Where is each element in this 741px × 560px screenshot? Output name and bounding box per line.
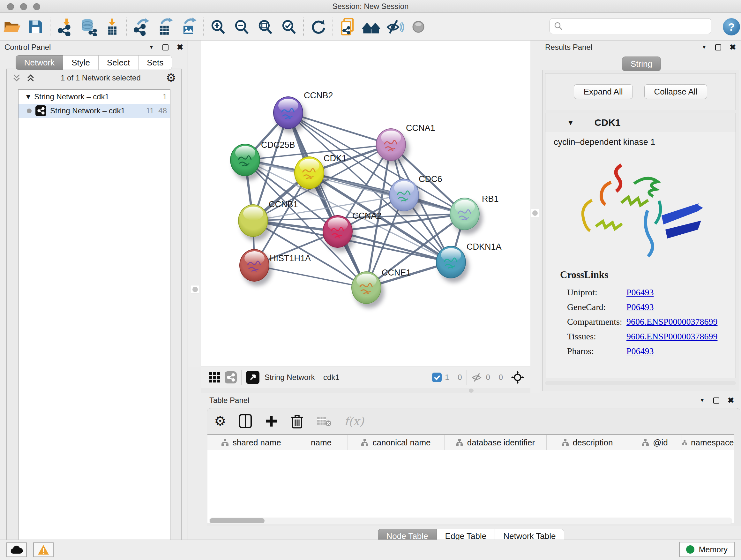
network-node-ccnb1[interactable] [238, 204, 268, 237]
refresh-button[interactable] [307, 16, 330, 38]
search-box[interactable] [549, 18, 711, 34]
zoom-window-button[interactable] [33, 3, 40, 10]
show-eye-button[interactable] [407, 16, 430, 38]
save-floppy-icon [26, 18, 44, 36]
cloud-status-button[interactable] [6, 543, 27, 557]
section-collapse-icon[interactable]: ▼ [568, 119, 573, 126]
network-tree: ▼ String Network – cdk1 1 String Network… [18, 89, 171, 556]
open-session-button[interactable] [0, 16, 23, 38]
import-network-database-button[interactable] [77, 16, 100, 38]
scrollbar-thumb[interactable] [210, 518, 265, 523]
export-network-button[interactable] [130, 16, 153, 38]
network-edge[interactable] [254, 265, 366, 288]
import-table-button[interactable] [100, 16, 124, 38]
tab-style[interactable]: Style [63, 55, 98, 70]
column-header[interactable]: description [546, 435, 628, 450]
table-horizontal-scrollbar[interactable] [209, 517, 732, 524]
crosslink-uniprot-link[interactable]: P06493 [626, 287, 654, 298]
birds-eye-toggle-button[interactable] [511, 370, 525, 384]
tab-sets[interactable]: Sets [138, 55, 172, 70]
network-node-cdc25b[interactable] [230, 144, 260, 176]
home-networks-button[interactable] [359, 16, 383, 38]
crosslink-genecard-link[interactable]: P06493 [626, 302, 654, 312]
detach-view-button[interactable] [246, 371, 259, 384]
column-header[interactable]: @id [628, 435, 682, 450]
network-collection-row[interactable]: ▼ String Network – cdk1 1 [18, 90, 170, 104]
grid-view-button[interactable] [209, 372, 220, 383]
collapse-all-chevrons-icon[interactable] [26, 73, 36, 83]
column-header[interactable]: namespace [682, 435, 734, 450]
expand-all-button[interactable]: Expand All [574, 84, 633, 99]
table-header-row: shared namenamecanonical namedatabase id… [207, 435, 734, 450]
string-view-button[interactable] [225, 371, 237, 383]
add-column-plus-icon[interactable] [265, 415, 278, 428]
panel-float-icon[interactable] [715, 44, 721, 51]
tab-network[interactable]: Network [16, 55, 63, 70]
tab-string-results[interactable]: String [622, 57, 661, 71]
zoom-in-button[interactable] [206, 16, 230, 38]
close-window-button[interactable] [7, 3, 14, 10]
gene-name: CDK1 [595, 117, 621, 128]
panel-collapse-icon[interactable]: ▼ [699, 397, 705, 403]
network-node-hist1h1a[interactable] [239, 249, 269, 282]
network-canvas[interactable]: CCNB2CCNA1CDC25BCDK1CDC6RB1CCNB1CCNA2CDK… [201, 41, 530, 367]
database-icon [79, 17, 98, 36]
results-scrollbar[interactable] [545, 381, 736, 385]
gene-section-header[interactable]: ▼ CDK1 [545, 113, 736, 132]
save-session-button[interactable] [23, 16, 47, 38]
column-header[interactable]: name [295, 435, 347, 450]
panel-float-icon[interactable] [162, 44, 169, 51]
help-button[interactable]: ? [723, 18, 740, 36]
panel-close-icon[interactable]: ✖ [728, 396, 734, 404]
export-image-button[interactable] [177, 16, 200, 38]
crosslink-tissues-link[interactable]: 9606.ENSP00000378699 [626, 331, 718, 341]
show-columns-icon[interactable] [239, 414, 252, 428]
protein-structure-image [574, 153, 708, 268]
column-header[interactable]: shared name [207, 435, 295, 450]
table-options-gear-icon[interactable]: ⚙ [214, 415, 226, 428]
right-splitter-handle[interactable] [531, 209, 539, 217]
network-edge[interactable] [288, 113, 391, 145]
network-row[interactable]: String Network – cdk1 11 48 [18, 104, 170, 118]
search-input[interactable] [563, 22, 700, 30]
network-node-cdc6[interactable] [389, 179, 419, 211]
crosslink-pharos-link[interactable]: P06493 [626, 346, 654, 356]
panel-collapse-icon[interactable]: ▼ [149, 44, 154, 51]
left-splitter-handle[interactable] [191, 285, 199, 294]
panel-float-icon[interactable] [713, 397, 719, 403]
left-splitter[interactable] [188, 41, 201, 367]
network-node-cdkn1a[interactable] [436, 246, 466, 278]
zoom-selected-button[interactable] [277, 16, 300, 38]
memory-button[interactable]: Memory [679, 542, 735, 557]
horizontal-splitter[interactable] [201, 388, 530, 393]
collapse-all-button[interactable]: Collapse All [644, 84, 708, 99]
column-header[interactable]: canonical name [347, 435, 444, 450]
export-table-button[interactable] [153, 16, 177, 38]
network-node-rb1[interactable] [450, 198, 480, 230]
crosslink-compartments-link[interactable]: 9606.ENSP00000378699 [626, 317, 718, 327]
zoom-fit-button[interactable] [253, 16, 277, 38]
warnings-button[interactable] [33, 543, 54, 557]
tab-select[interactable]: Select [98, 55, 138, 70]
network-node-ccna2[interactable] [323, 215, 353, 248]
hide-unhide-button[interactable] [383, 16, 407, 38]
share-document-button[interactable] [336, 16, 359, 38]
network-node-cdk1[interactable] [294, 157, 324, 189]
panel-collapse-icon[interactable]: ▼ [701, 44, 707, 51]
delete-column-trash-icon[interactable] [291, 414, 304, 428]
import-network-button[interactable] [53, 16, 77, 38]
network-options-gear-icon[interactable]: ⚙ [166, 72, 176, 84]
panel-close-icon[interactable]: ✖ [730, 44, 736, 51]
column-header[interactable]: database identifier [444, 435, 546, 450]
horizontal-splitter-handle[interactable] [469, 388, 474, 393]
tree-expand-icon[interactable]: ▼ [26, 94, 30, 100]
network-node-ccne1[interactable] [351, 271, 381, 304]
panel-close-icon[interactable]: ✖ [177, 44, 183, 51]
network-node-ccnb2[interactable] [273, 97, 303, 129]
right-splitter[interactable] [530, 41, 540, 393]
zoom-out-button[interactable] [230, 16, 253, 38]
status-bar: Memory [0, 540, 741, 560]
expand-all-chevrons-icon[interactable] [12, 73, 21, 83]
network-node-ccna1[interactable] [376, 128, 406, 161]
minimize-window-button[interactable] [20, 3, 27, 10]
